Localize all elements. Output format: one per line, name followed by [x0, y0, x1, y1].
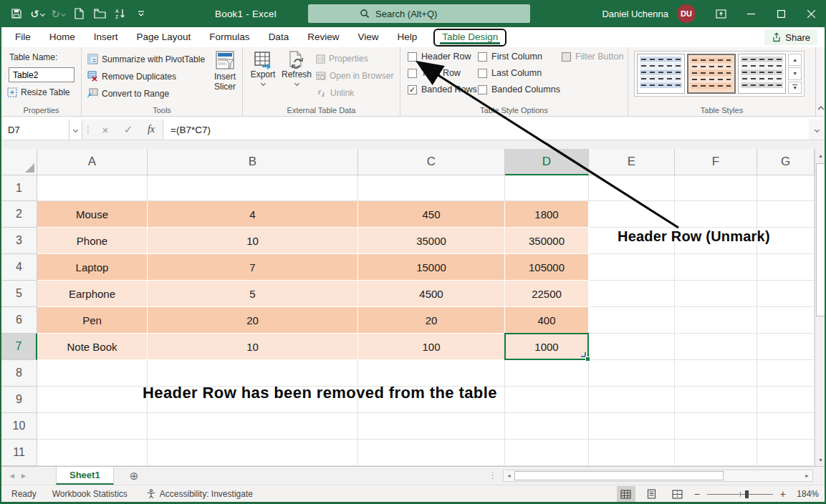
cell-C7[interactable]: 100 [358, 334, 505, 360]
cell-G1[interactable] [757, 175, 815, 201]
tab-view[interactable]: View [348, 28, 388, 47]
cell-A10[interactable] [37, 413, 148, 440]
zoom-slider-thumb[interactable] [745, 490, 749, 498]
user-name[interactable]: Daniel Uchenna [602, 9, 668, 19]
column-header-e[interactable]: E [589, 149, 675, 175]
cell-A5[interactable]: Earphone [37, 281, 148, 307]
cell-F5[interactable] [675, 281, 757, 307]
row-header-11[interactable]: 11 [1, 440, 37, 466]
cell-D8[interactable] [505, 360, 589, 387]
cell-B5[interactable]: 5 [148, 281, 358, 307]
cell-C4[interactable]: 15000 [358, 254, 505, 281]
sort-az-icon[interactable]: AZ [112, 6, 128, 21]
tab-file[interactable]: File [6, 28, 40, 47]
name-box-dropdown-icon[interactable] [69, 120, 82, 140]
cell-F10[interactable] [675, 413, 757, 440]
column-header-a[interactable]: A [37, 149, 148, 175]
cell-G10[interactable] [757, 413, 815, 440]
checkbox-total-row[interactable]: Total Row [408, 68, 478, 78]
hscroll-left-icon[interactable]: ◄ [504, 470, 514, 481]
column-header-f[interactable]: F [675, 149, 757, 175]
hscroll-right-icon[interactable]: ► [802, 470, 812, 481]
avatar[interactable]: DU [677, 4, 696, 23]
sheet-nav-right-icon[interactable]: ► [13, 472, 34, 480]
minimize-button[interactable] [736, 0, 766, 27]
cell-A11[interactable] [37, 440, 148, 466]
workbook-statistics-button[interactable]: Workbook Statistics [52, 489, 128, 499]
cell-C1[interactable] [358, 175, 505, 201]
cell-D1[interactable] [505, 175, 589, 201]
horizontal-scroll-thumb[interactable] [514, 471, 724, 480]
unchecked-box-icon[interactable] [478, 85, 487, 94]
row-header-8[interactable]: 8 [1, 360, 37, 387]
cancel-icon[interactable]: × [94, 120, 117, 140]
cell-F8[interactable] [675, 360, 757, 387]
cell-C8[interactable] [358, 360, 505, 387]
cell-E1[interactable] [589, 175, 675, 201]
cell-G11[interactable] [757, 440, 815, 466]
gallery-up-icon[interactable]: ▲ [788, 54, 802, 66]
tab-home[interactable]: Home [40, 28, 85, 47]
column-header-c[interactable]: C [358, 149, 505, 175]
scroll-up-icon[interactable]: ▲ [815, 149, 826, 162]
vertical-scroll-thumb[interactable] [816, 163, 825, 316]
tab-formulas[interactable]: Formulas [200, 28, 259, 47]
checkbox-banded-columns[interactable]: Banded Columns [478, 84, 562, 94]
cell-A8[interactable] [37, 360, 148, 387]
tab-review[interactable]: Review [298, 28, 348, 47]
cell-F7[interactable] [675, 334, 757, 360]
export-button[interactable]: Export [247, 51, 279, 85]
cell-A6[interactable]: Pen [37, 307, 148, 334]
row-header-10[interactable]: 10 [1, 413, 37, 440]
undo-icon[interactable]: ↺ [29, 6, 45, 21]
formula-bar-handle-icon[interactable]: ⋮ [82, 120, 94, 140]
cell-B1[interactable] [148, 175, 358, 201]
open-folder-icon[interactable] [92, 6, 107, 21]
redo-icon[interactable]: ↻ [50, 6, 66, 21]
convert-to-range-button[interactable]: Convert to Range [87, 88, 169, 99]
cell-D3[interactable]: 350000 [505, 228, 589, 254]
cell-F9[interactable] [675, 387, 757, 413]
cell-F2[interactable] [675, 201, 757, 228]
cell-F1[interactable] [675, 175, 757, 201]
row-header-2[interactable]: 2 [1, 201, 37, 228]
checkbox-header-row[interactable]: Header Row [408, 52, 478, 62]
table-name-input[interactable] [9, 67, 75, 82]
collapse-ribbon-icon[interactable] [817, 100, 825, 113]
cell-E4[interactable] [589, 254, 675, 281]
cell-D10[interactable] [505, 413, 589, 440]
column-header-g[interactable]: G [757, 149, 815, 175]
zoom-slider[interactable] [707, 494, 773, 495]
cell-D6[interactable]: 400 [505, 307, 589, 334]
row-header-6[interactable]: 6 [1, 307, 37, 334]
cell-B7[interactable]: 10 [148, 334, 358, 360]
cell-C3[interactable]: 35000 [358, 228, 505, 254]
checked-box-icon[interactable]: ✓ [408, 85, 417, 94]
cell-C9[interactable] [358, 387, 505, 413]
gallery-down-icon[interactable]: ▼ [788, 67, 802, 79]
row-header-4[interactable]: 4 [1, 254, 37, 281]
cell-D11[interactable] [505, 440, 589, 466]
cell-D4[interactable]: 105000 [505, 254, 589, 281]
cell-D2[interactable]: 1800 [505, 201, 589, 228]
cell-D5[interactable]: 22500 [505, 281, 589, 307]
cell-C5[interactable]: 4500 [358, 281, 505, 307]
splitter-dots-icon[interactable]: ⋮ [489, 470, 497, 480]
new-file-icon[interactable] [71, 6, 87, 21]
row-header-5[interactable]: 5 [1, 281, 37, 307]
cell-E11[interactable] [589, 440, 675, 466]
name-box[interactable]: D7 [1, 120, 69, 140]
unchecked-box-icon[interactable] [478, 52, 487, 62]
checkbox-last-column[interactable]: Last Column [478, 68, 562, 78]
tab-table-design[interactable]: Table Design [433, 29, 506, 47]
table-style-preview-1[interactable] [637, 54, 685, 94]
cell-G9[interactable] [757, 387, 815, 413]
cell-B3[interactable]: 10 [148, 228, 358, 254]
page-layout-view-button[interactable] [643, 486, 661, 502]
zoom-level[interactable]: 184% [793, 489, 819, 499]
ribbon-display-options-icon[interactable] [706, 0, 736, 27]
cell-E2[interactable] [589, 201, 675, 228]
scroll-down-icon[interactable]: ▼ [815, 453, 826, 466]
unchecked-box-icon[interactable] [478, 69, 487, 78]
cell-G6[interactable] [757, 307, 815, 334]
